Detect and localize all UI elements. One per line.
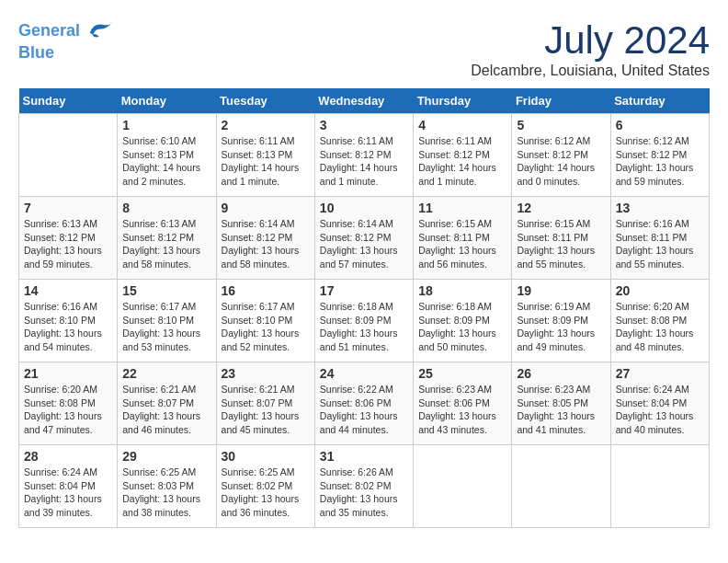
calendar-cell: 4Sunrise: 6:11 AM Sunset: 8:12 PM Daylig… xyxy=(414,114,512,197)
day-info: Sunrise: 6:19 AM Sunset: 8:09 PM Dayligh… xyxy=(517,300,605,354)
day-number: 23 xyxy=(222,366,310,381)
calendar-cell xyxy=(610,445,709,528)
calendar-cell: 18Sunrise: 6:18 AM Sunset: 8:09 PM Dayli… xyxy=(414,280,512,362)
day-info: Sunrise: 6:18 AM Sunset: 8:09 PM Dayligh… xyxy=(320,300,408,354)
day-info: Sunrise: 6:20 AM Sunset: 8:08 PM Dayligh… xyxy=(616,300,704,354)
day-info: Sunrise: 6:12 AM Sunset: 8:12 PM Dayligh… xyxy=(517,134,605,189)
day-info: Sunrise: 6:14 AM Sunset: 8:12 PM Dayligh… xyxy=(320,217,408,271)
logo-text: General xyxy=(18,18,114,44)
calendar-cell: 2Sunrise: 6:11 AM Sunset: 8:13 PM Daylig… xyxy=(216,114,314,197)
day-number: 22 xyxy=(122,366,210,381)
calendar-cell: 25Sunrise: 6:23 AM Sunset: 8:06 PM Dayli… xyxy=(414,362,512,445)
day-number: 12 xyxy=(517,201,605,215)
day-info: Sunrise: 6:11 AM Sunset: 8:13 PM Dayligh… xyxy=(222,134,310,189)
title-section: July 2024 Delcambre, Louisiana, United S… xyxy=(471,18,710,79)
calendar-week-row: 28Sunrise: 6:24 AM Sunset: 8:04 PM Dayli… xyxy=(19,445,710,528)
calendar-weekday-thursday: Thursday xyxy=(414,88,512,114)
day-number: 9 xyxy=(222,201,310,215)
calendar-weekday-wednesday: Wednesday xyxy=(314,88,413,114)
day-number: 28 xyxy=(24,449,112,464)
calendar-cell: 13Sunrise: 6:16 AM Sunset: 8:11 PM Dayli… xyxy=(610,197,709,280)
logo: General Blue xyxy=(18,18,114,63)
day-number: 20 xyxy=(616,283,704,298)
day-info: Sunrise: 6:16 AM Sunset: 8:10 PM Dayligh… xyxy=(24,300,112,354)
calendar-cell: 30Sunrise: 6:25 AM Sunset: 8:02 PM Dayli… xyxy=(216,445,314,528)
calendar-cell xyxy=(512,445,610,528)
calendar-weekday-saturday: Saturday xyxy=(610,88,709,114)
calendar-cell: 6Sunrise: 6:12 AM Sunset: 8:12 PM Daylig… xyxy=(610,114,709,197)
calendar-weekday-sunday: Sunday xyxy=(19,88,118,114)
day-info: Sunrise: 6:11 AM Sunset: 8:12 PM Dayligh… xyxy=(320,134,408,189)
day-info: Sunrise: 6:10 AM Sunset: 8:13 PM Dayligh… xyxy=(122,134,210,189)
location: Delcambre, Louisiana, United States xyxy=(471,63,710,79)
calendar-cell: 28Sunrise: 6:24 AM Sunset: 8:04 PM Dayli… xyxy=(19,445,118,528)
day-info: Sunrise: 6:24 AM Sunset: 8:04 PM Dayligh… xyxy=(616,383,704,437)
calendar-cell: 17Sunrise: 6:18 AM Sunset: 8:09 PM Dayli… xyxy=(314,280,413,362)
calendar-cell: 15Sunrise: 6:17 AM Sunset: 8:10 PM Dayli… xyxy=(118,280,216,362)
day-info: Sunrise: 6:25 AM Sunset: 8:02 PM Dayligh… xyxy=(222,465,310,520)
day-number: 17 xyxy=(320,283,408,298)
calendar-week-row: 14Sunrise: 6:16 AM Sunset: 8:10 PM Dayli… xyxy=(19,280,710,362)
day-number: 27 xyxy=(616,366,704,381)
day-info: Sunrise: 6:15 AM Sunset: 8:11 PM Dayligh… xyxy=(517,217,605,271)
calendar-cell: 14Sunrise: 6:16 AM Sunset: 8:10 PM Dayli… xyxy=(19,280,118,362)
calendar-cell: 21Sunrise: 6:20 AM Sunset: 8:08 PM Dayli… xyxy=(19,362,118,445)
day-number: 2 xyxy=(222,118,310,132)
calendar-weekday-friday: Friday xyxy=(512,88,610,114)
day-number: 16 xyxy=(222,283,310,298)
day-number: 31 xyxy=(320,449,408,464)
day-info: Sunrise: 6:15 AM Sunset: 8:11 PM Dayligh… xyxy=(418,217,506,271)
day-number: 3 xyxy=(320,118,408,132)
calendar-cell: 8Sunrise: 6:13 AM Sunset: 8:12 PM Daylig… xyxy=(118,197,216,280)
calendar-week-row: 21Sunrise: 6:20 AM Sunset: 8:08 PM Dayli… xyxy=(19,362,710,445)
calendar-week-row: 7Sunrise: 6:13 AM Sunset: 8:12 PM Daylig… xyxy=(19,197,710,280)
day-number: 4 xyxy=(418,118,506,132)
calendar-weekday-monday: Monday xyxy=(118,88,216,114)
day-info: Sunrise: 6:21 AM Sunset: 8:07 PM Dayligh… xyxy=(222,383,310,437)
calendar-cell: 1Sunrise: 6:10 AM Sunset: 8:13 PM Daylig… xyxy=(118,114,216,197)
calendar-cell: 7Sunrise: 6:13 AM Sunset: 8:12 PM Daylig… xyxy=(19,197,118,280)
calendar-cell: 16Sunrise: 6:17 AM Sunset: 8:10 PM Dayli… xyxy=(216,280,314,362)
month-title: July 2024 xyxy=(471,18,710,63)
calendar-weekday-tuesday: Tuesday xyxy=(216,88,314,114)
calendar-cell: 12Sunrise: 6:15 AM Sunset: 8:11 PM Dayli… xyxy=(512,197,610,280)
calendar-cell xyxy=(19,114,118,197)
calendar-header-row: SundayMondayTuesdayWednesdayThursdayFrid… xyxy=(19,88,710,114)
day-number: 13 xyxy=(616,201,704,215)
day-number: 21 xyxy=(24,366,112,381)
calendar-week-row: 1Sunrise: 6:10 AM Sunset: 8:13 PM Daylig… xyxy=(19,114,710,197)
calendar-cell: 29Sunrise: 6:25 AM Sunset: 8:03 PM Dayli… xyxy=(118,445,216,528)
day-info: Sunrise: 6:14 AM Sunset: 8:12 PM Dayligh… xyxy=(222,217,310,271)
day-info: Sunrise: 6:26 AM Sunset: 8:02 PM Dayligh… xyxy=(320,465,408,520)
calendar-cell: 9Sunrise: 6:14 AM Sunset: 8:12 PM Daylig… xyxy=(216,197,314,280)
day-number: 18 xyxy=(418,283,506,298)
calendar-body: 1Sunrise: 6:10 AM Sunset: 8:13 PM Daylig… xyxy=(19,114,710,528)
day-number: 24 xyxy=(320,366,408,381)
day-info: Sunrise: 6:22 AM Sunset: 8:06 PM Dayligh… xyxy=(320,383,408,437)
day-info: Sunrise: 6:20 AM Sunset: 8:08 PM Dayligh… xyxy=(24,383,112,437)
day-number: 5 xyxy=(517,118,605,132)
calendar-cell: 27Sunrise: 6:24 AM Sunset: 8:04 PM Dayli… xyxy=(610,362,709,445)
calendar-cell xyxy=(414,445,512,528)
day-number: 15 xyxy=(122,283,210,298)
day-number: 7 xyxy=(24,201,112,215)
day-info: Sunrise: 6:17 AM Sunset: 8:10 PM Dayligh… xyxy=(122,300,210,354)
logo-blue-text: Blue xyxy=(18,44,114,63)
calendar-cell: 24Sunrise: 6:22 AM Sunset: 8:06 PM Dayli… xyxy=(314,362,413,445)
calendar-cell: 5Sunrise: 6:12 AM Sunset: 8:12 PM Daylig… xyxy=(512,114,610,197)
day-number: 8 xyxy=(122,201,210,215)
day-number: 26 xyxy=(517,366,605,381)
calendar-cell: 20Sunrise: 6:20 AM Sunset: 8:08 PM Dayli… xyxy=(610,280,709,362)
day-number: 14 xyxy=(24,283,112,298)
day-number: 11 xyxy=(418,201,506,215)
day-number: 30 xyxy=(222,449,310,464)
calendar-cell: 3Sunrise: 6:11 AM Sunset: 8:12 PM Daylig… xyxy=(314,114,413,197)
calendar-cell: 26Sunrise: 6:23 AM Sunset: 8:05 PM Dayli… xyxy=(512,362,610,445)
day-info: Sunrise: 6:18 AM Sunset: 8:09 PM Dayligh… xyxy=(418,300,506,354)
day-info: Sunrise: 6:24 AM Sunset: 8:04 PM Dayligh… xyxy=(24,465,112,520)
calendar-cell: 11Sunrise: 6:15 AM Sunset: 8:11 PM Dayli… xyxy=(414,197,512,280)
calendar-cell: 19Sunrise: 6:19 AM Sunset: 8:09 PM Dayli… xyxy=(512,280,610,362)
day-number: 10 xyxy=(320,201,408,215)
page-header: General Blue July 2024 Delcambre, Louisi… xyxy=(18,18,710,79)
day-number: 19 xyxy=(517,283,605,298)
